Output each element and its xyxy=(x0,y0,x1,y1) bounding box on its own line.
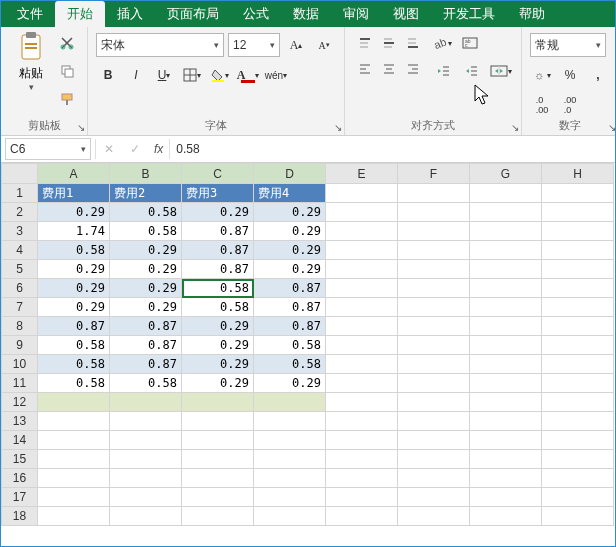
accounting-format-button[interactable]: ☼▾ xyxy=(530,63,554,87)
cell-G10[interactable] xyxy=(470,355,542,374)
cell-D9[interactable]: 0.58 xyxy=(254,336,326,355)
cell-D15[interactable] xyxy=(254,450,326,469)
cell-D8[interactable]: 0.87 xyxy=(254,317,326,336)
wrap-text-button[interactable]: abc xyxy=(459,31,481,55)
cell-H3[interactable] xyxy=(542,222,614,241)
cell-D6[interactable]: 0.87 xyxy=(254,279,326,298)
cell-G9[interactable] xyxy=(470,336,542,355)
tab-文件[interactable]: 文件 xyxy=(5,1,55,27)
cell-A14[interactable] xyxy=(38,431,110,450)
cell-F6[interactable] xyxy=(398,279,470,298)
cell-A5[interactable]: 0.29 xyxy=(38,260,110,279)
cell-F14[interactable] xyxy=(398,431,470,450)
tab-页面布局[interactable]: 页面布局 xyxy=(155,1,231,27)
cell-F17[interactable] xyxy=(398,488,470,507)
cell-A12[interactable] xyxy=(38,393,110,412)
select-all-corner[interactable] xyxy=(2,164,38,184)
cell-B3[interactable]: 0.58 xyxy=(110,222,182,241)
cell-D11[interactable]: 0.29 xyxy=(254,374,326,393)
row-header-18[interactable]: 18 xyxy=(2,507,38,526)
cell-B9[interactable]: 0.87 xyxy=(110,336,182,355)
cell-H16[interactable] xyxy=(542,469,614,488)
cell-A15[interactable] xyxy=(38,450,110,469)
tab-数据[interactable]: 数据 xyxy=(281,1,331,27)
cell-D4[interactable]: 0.29 xyxy=(254,241,326,260)
cell-E9[interactable] xyxy=(326,336,398,355)
cell-H10[interactable] xyxy=(542,355,614,374)
cell-G4[interactable] xyxy=(470,241,542,260)
cell-G13[interactable] xyxy=(470,412,542,431)
cell-C8[interactable]: 0.29 xyxy=(182,317,254,336)
row-header-9[interactable]: 9 xyxy=(2,336,38,355)
cell-H7[interactable] xyxy=(542,298,614,317)
cancel-formula-button[interactable]: ✕ xyxy=(96,142,122,156)
cell-B2[interactable]: 0.58 xyxy=(110,203,182,222)
column-header-A[interactable]: A xyxy=(38,164,110,184)
cell-F8[interactable] xyxy=(398,317,470,336)
cell-F16[interactable] xyxy=(398,469,470,488)
cell-F15[interactable] xyxy=(398,450,470,469)
cell-A4[interactable]: 0.58 xyxy=(38,241,110,260)
column-header-H[interactable]: H xyxy=(542,164,614,184)
cell-D7[interactable]: 0.87 xyxy=(254,298,326,317)
cell-E6[interactable] xyxy=(326,279,398,298)
cell-F3[interactable] xyxy=(398,222,470,241)
cell-A7[interactable]: 0.29 xyxy=(38,298,110,317)
decrease-decimal-button[interactable]: .00.0 xyxy=(558,93,582,117)
fill-color-button[interactable]: ▾ xyxy=(208,63,232,87)
cell-G17[interactable] xyxy=(470,488,542,507)
cell-H13[interactable] xyxy=(542,412,614,431)
align-center-button[interactable] xyxy=(377,57,401,81)
cell-A13[interactable] xyxy=(38,412,110,431)
row-header-5[interactable]: 5 xyxy=(2,260,38,279)
column-header-D[interactable]: D xyxy=(254,164,326,184)
cell-G15[interactable] xyxy=(470,450,542,469)
cell-D12[interactable] xyxy=(254,393,326,412)
row-header-11[interactable]: 11 xyxy=(2,374,38,393)
align-right-button[interactable] xyxy=(401,57,425,81)
row-header-16[interactable]: 16 xyxy=(2,469,38,488)
cell-G5[interactable] xyxy=(470,260,542,279)
row-header-1[interactable]: 1 xyxy=(2,184,38,203)
row-header-7[interactable]: 7 xyxy=(2,298,38,317)
cell-G14[interactable] xyxy=(470,431,542,450)
cell-H15[interactable] xyxy=(542,450,614,469)
row-header-14[interactable]: 14 xyxy=(2,431,38,450)
cell-E14[interactable] xyxy=(326,431,398,450)
cell-C10[interactable]: 0.29 xyxy=(182,355,254,374)
cell-C17[interactable] xyxy=(182,488,254,507)
cell-H8[interactable] xyxy=(542,317,614,336)
tab-公式[interactable]: 公式 xyxy=(231,1,281,27)
increase-decimal-button[interactable]: .0.00 xyxy=(530,93,554,117)
align-left-button[interactable] xyxy=(353,57,377,81)
font-size-combo[interactable]: 12▾ xyxy=(228,33,280,57)
cell-F9[interactable] xyxy=(398,336,470,355)
cell-H11[interactable] xyxy=(542,374,614,393)
cell-B6[interactable]: 0.29 xyxy=(110,279,182,298)
font-launcher-icon[interactable]: ↘ xyxy=(334,122,342,133)
cell-B7[interactable]: 0.29 xyxy=(110,298,182,317)
cell-E18[interactable] xyxy=(326,507,398,526)
name-box[interactable]: C6▾ xyxy=(5,138,91,160)
row-header-8[interactable]: 8 xyxy=(2,317,38,336)
cell-H5[interactable] xyxy=(542,260,614,279)
cell-C12[interactable] xyxy=(182,393,254,412)
align-launcher-icon[interactable]: ↘ xyxy=(511,122,519,133)
row-header-3[interactable]: 3 xyxy=(2,222,38,241)
worksheet-grid[interactable]: ABCDEFGH1费用1费用2费用3费用420.290.580.290.2931… xyxy=(1,163,615,547)
italic-button[interactable]: I xyxy=(124,63,148,87)
cell-H2[interactable] xyxy=(542,203,614,222)
cell-G8[interactable] xyxy=(470,317,542,336)
decrease-font-button[interactable]: A▾ xyxy=(312,33,336,57)
cell-E11[interactable] xyxy=(326,374,398,393)
cell-C15[interactable] xyxy=(182,450,254,469)
cell-B15[interactable] xyxy=(110,450,182,469)
cell-D3[interactable]: 0.29 xyxy=(254,222,326,241)
cell-D5[interactable]: 0.29 xyxy=(254,260,326,279)
cell-G2[interactable] xyxy=(470,203,542,222)
column-header-E[interactable]: E xyxy=(326,164,398,184)
border-button[interactable]: ▾ xyxy=(180,63,204,87)
cut-button[interactable] xyxy=(55,31,79,55)
clipboard-launcher-icon[interactable]: ↘ xyxy=(77,122,85,133)
column-header-G[interactable]: G xyxy=(470,164,542,184)
